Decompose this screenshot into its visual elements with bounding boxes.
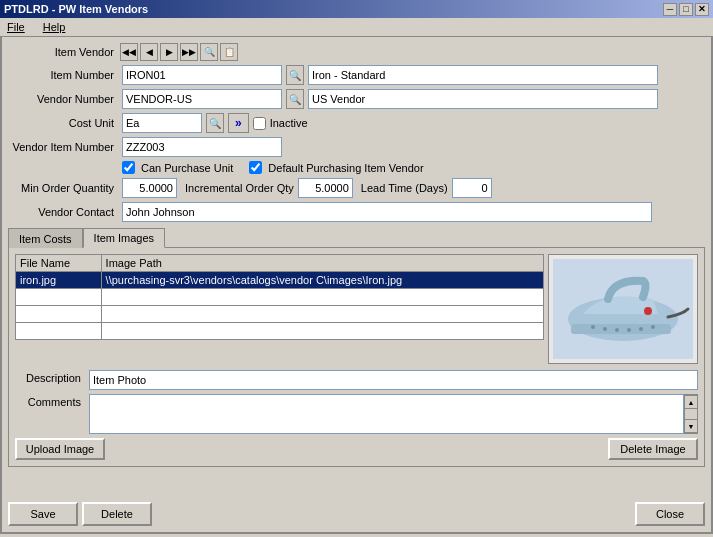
comments-scrollbar[interactable]: ▲ ▼ (684, 394, 698, 434)
close-button[interactable]: Close (635, 502, 705, 526)
vendor-number-label: Vendor Number (8, 93, 118, 105)
images-table: File Name Image Path iron.jpg \\purchasi… (15, 254, 544, 340)
table-image-row: File Name Image Path iron.jpg \\purchasi… (15, 254, 698, 364)
bottom-left-buttons: Save Delete (8, 502, 152, 526)
comments-textarea[interactable] (89, 394, 684, 434)
nav-last-button[interactable]: ▶▶ (180, 43, 198, 61)
vendor-number-row: Vendor Number 🔍 (8, 89, 705, 109)
table-row-empty-2 (16, 306, 544, 323)
delete-image-button[interactable]: Delete Image (608, 438, 698, 460)
tab-content-item-images: File Name Image Path iron.jpg \\purchasi… (8, 247, 705, 467)
vendor-number-search-icon[interactable]: 🔍 (286, 89, 304, 109)
item-number-search-icon[interactable]: 🔍 (286, 65, 304, 85)
cost-unit-input[interactable] (122, 113, 202, 133)
inactive-row: Inactive (253, 117, 308, 130)
title-bar-buttons: ─ □ ✕ (663, 3, 709, 16)
svg-point-4 (603, 327, 607, 331)
col-file-name: File Name (16, 255, 102, 272)
item-number-row: Item Number 🔍 (8, 65, 705, 85)
nav-first-button[interactable]: ◀◀ (120, 43, 138, 61)
description-row: Description (15, 370, 698, 390)
default-purchasing-label: Default Purchasing Item Vendor (268, 162, 423, 174)
item-vendor-label: Item Vendor (8, 46, 118, 58)
tab-item-costs[interactable]: Item Costs (8, 228, 83, 248)
can-purchase-label: Can Purchase Unit (141, 162, 233, 174)
svg-point-5 (615, 328, 619, 332)
svg-point-8 (651, 325, 655, 329)
cost-unit-search-icon[interactable]: 🔍 (206, 113, 224, 133)
maximize-button[interactable]: □ (679, 3, 693, 16)
can-purchase-checkbox[interactable] (122, 161, 135, 174)
scroll-down-arrow[interactable]: ▼ (684, 419, 698, 433)
incremental-label: Incremental Order Qty (185, 182, 294, 194)
tab-item-images[interactable]: Item Images (83, 228, 166, 248)
comments-label: Comments (15, 394, 85, 408)
svg-point-9 (644, 307, 652, 315)
lead-time-input[interactable] (452, 178, 492, 198)
col-image-path: Image Path (101, 255, 543, 272)
cost-unit-row: Cost Unit 🔍 » Inactive (8, 113, 705, 133)
cell-image-path: \\purchasing-svr3\vendors\catalogs\vendo… (101, 272, 543, 289)
cell-file-name: iron.jpg (16, 272, 102, 289)
vendor-item-input[interactable] (122, 137, 282, 157)
title-bar: PTDLRD - PW Item Vendors ─ □ ✕ (0, 0, 713, 18)
description-input[interactable] (89, 370, 698, 390)
vendor-description-input[interactable] (308, 89, 658, 109)
inactive-checkbox[interactable] (253, 117, 266, 130)
nav-copy-button[interactable]: 📋 (220, 43, 238, 61)
comments-row: Comments ▲ ▼ (15, 394, 698, 434)
save-button[interactable]: Save (8, 502, 78, 526)
images-table-area: File Name Image Path iron.jpg \\purchasi… (15, 254, 544, 364)
minimize-button[interactable]: ─ (663, 3, 677, 16)
item-vendor-toolbar: Item Vendor ◀◀ ◀ ▶ ▶▶ 🔍 📋 (8, 43, 705, 61)
inactive-label: Inactive (270, 117, 308, 129)
svg-point-3 (591, 325, 595, 329)
scroll-up-arrow[interactable]: ▲ (684, 395, 698, 409)
menu-bar: File Help (0, 18, 713, 37)
svg-point-7 (639, 327, 643, 331)
item-description-input[interactable] (308, 65, 658, 85)
nav-next-button[interactable]: ▶ (160, 43, 178, 61)
vendor-number-input[interactable] (122, 89, 282, 109)
table-row-empty-3 (16, 323, 544, 340)
tabs-container: Item Costs Item Images File Name Image P… (8, 228, 705, 467)
description-label: Description (15, 370, 85, 384)
vendor-contact-row: Vendor Contact (8, 202, 705, 222)
menu-file[interactable]: File (4, 20, 28, 34)
min-order-row: Min Order Quantity Incremental Order Qty… (8, 178, 705, 198)
svg-point-6 (627, 328, 631, 332)
vendor-item-label: Vendor Item Number (8, 141, 118, 153)
description-section: Description Comments ▲ ▼ (15, 370, 698, 434)
vendor-item-row: Vendor Item Number (8, 137, 705, 157)
iron-image-svg (553, 259, 693, 359)
arrow-forward-button[interactable]: » (228, 113, 249, 133)
vendor-contact-input[interactable] (122, 202, 652, 222)
table-row-empty-1 (16, 289, 544, 306)
lead-time-label: Lead Time (Days) (361, 182, 448, 194)
svg-rect-2 (571, 324, 671, 334)
close-window-button[interactable]: ✕ (695, 3, 709, 16)
incremental-input[interactable] (298, 178, 353, 198)
nav-search-button[interactable]: 🔍 (200, 43, 218, 61)
bottom-bar: Save Delete Close (8, 502, 705, 526)
tab-bar: Item Costs Item Images (8, 228, 705, 248)
image-buttons-bar: Upload Image Delete Image (15, 438, 698, 460)
nav-prev-button[interactable]: ◀ (140, 43, 158, 61)
cost-unit-label: Cost Unit (8, 117, 118, 129)
menu-help[interactable]: Help (40, 20, 69, 34)
image-preview (548, 254, 698, 364)
item-number-label: Item Number (8, 69, 118, 81)
delete-button[interactable]: Delete (82, 502, 152, 526)
checkboxes-row: Can Purchase Unit Default Purchasing Ite… (122, 161, 705, 174)
upload-image-button[interactable]: Upload Image (15, 438, 105, 460)
vendor-contact-label: Vendor Contact (8, 206, 118, 218)
window-title: PTDLRD - PW Item Vendors (4, 3, 148, 15)
table-row[interactable]: iron.jpg \\purchasing-svr3\vendors\catal… (16, 272, 544, 289)
min-order-label: Min Order Quantity (8, 182, 118, 194)
min-order-input[interactable] (122, 178, 177, 198)
default-purchasing-checkbox[interactable] (249, 161, 262, 174)
item-number-input[interactable] (122, 65, 282, 85)
main-window: Item Vendor ◀◀ ◀ ▶ ▶▶ 🔍 📋 Item Number 🔍 … (0, 37, 713, 534)
